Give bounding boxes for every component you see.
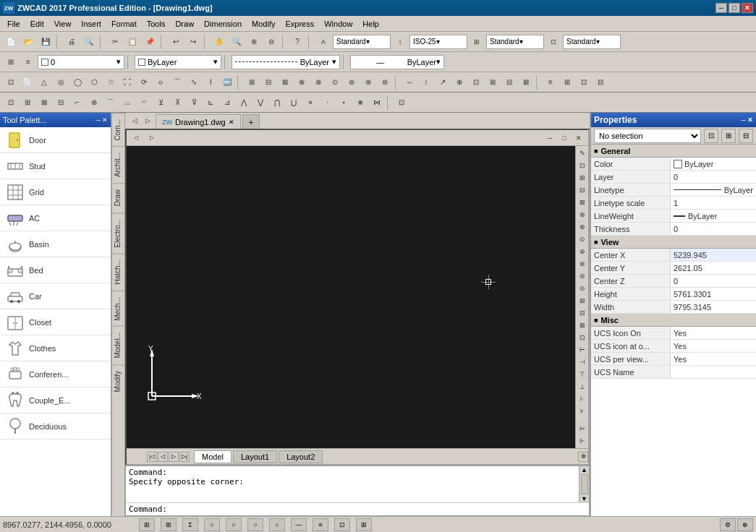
layer-dropdown[interactable]: Standard▾ xyxy=(486,35,544,49)
rt-btn13[interactable]: ⊞ xyxy=(577,295,588,306)
prop-value-centerx[interactable]: 5239.945 xyxy=(671,249,756,261)
palette-item-basin[interactable]: Basin xyxy=(0,231,111,257)
tb3-btn27[interactable]: ⊕ xyxy=(451,74,467,90)
layer-settings[interactable]: ≡ xyxy=(20,54,36,70)
palette-item-bed[interactable]: Bed xyxy=(0,257,111,283)
drawing-canvas[interactable]: X Y xyxy=(127,146,575,448)
menu-tools[interactable]: Tools xyxy=(143,18,170,30)
rt-btn23[interactable]: ⊨ xyxy=(577,423,588,434)
rt-btn9[interactable]: ⊚ xyxy=(577,246,588,257)
model-nav-next[interactable]: ▷ xyxy=(169,452,179,462)
tb3-btn10[interactable]: ⌾ xyxy=(153,74,169,90)
palette-item-deciduous[interactable]: Deciduous xyxy=(0,413,111,439)
tb4-btn16[interactable]: ⋁ xyxy=(252,95,268,111)
side-tab-electro[interactable]: Electro... xyxy=(112,213,124,253)
tb3-btn25[interactable]: ↕ xyxy=(418,74,434,90)
palette-close-btn[interactable]: ✕ xyxy=(102,116,108,124)
tb3-btn17[interactable]: ⊠ xyxy=(277,74,293,90)
rt-btn2[interactable]: ⊡ xyxy=(577,160,588,171)
tb3-btn18[interactable]: ⊕ xyxy=(294,74,310,90)
drawing-tab-new[interactable]: + xyxy=(242,114,260,129)
drawing-back-btn[interactable]: ◁ xyxy=(129,132,143,145)
status-btn-qp[interactable]: ≡ xyxy=(313,518,328,531)
std-dropdown2[interactable]: Standard▾ xyxy=(563,35,621,49)
prop-value-centerz[interactable]: 0 xyxy=(671,275,756,287)
selection-dropdown[interactable]: No selection xyxy=(594,129,701,143)
tab-nav-left[interactable]: ◁ xyxy=(128,114,141,127)
dim-btn[interactable]: ⊞ xyxy=(469,34,485,50)
prop-icon3[interactable]: ⊟ xyxy=(739,129,753,143)
layer-icon[interactable]: ⊞ xyxy=(3,54,19,70)
rt-btn16[interactable]: ⊡ xyxy=(577,332,588,343)
status-zoom-btn[interactable]: ⊕ xyxy=(737,518,753,531)
tb3-btn12[interactable]: ∿ xyxy=(186,74,202,90)
rt-btn10[interactable]: ⊛ xyxy=(577,258,588,270)
tb4-btn1[interactable]: ⊡ xyxy=(3,95,19,111)
tb4-btn22[interactable]: ⋇ xyxy=(352,95,368,111)
tb4-btn14[interactable]: ⊿ xyxy=(219,95,235,111)
drawing-close-btn[interactable]: ✕ xyxy=(572,132,585,145)
side-tab-com[interactable]: Com... xyxy=(112,113,124,146)
palette-min-btn[interactable]: ─ xyxy=(96,116,101,124)
side-tab-modify[interactable]: Modify xyxy=(112,364,124,398)
rt-btn14[interactable]: ⊟ xyxy=(577,307,588,319)
side-tab-archit[interactable]: Archit... xyxy=(112,146,124,183)
print-btn[interactable]: 🖨 xyxy=(64,34,80,50)
tb4-btn2[interactable]: ⊞ xyxy=(20,95,35,111)
palette-item-stud[interactable]: Stud xyxy=(0,153,111,179)
model-tab-layout2[interactable]: Layout2 xyxy=(279,450,323,463)
status-btn-dyn[interactable]: ○ xyxy=(269,518,285,531)
props-close-btn[interactable]: ✕ xyxy=(747,116,753,124)
status-btn-snap[interactable]: ⊞ xyxy=(161,518,177,531)
linetype-dropdown[interactable]: ByLayer ▾ xyxy=(232,55,340,69)
status-btn-polar[interactable]: Σ xyxy=(182,518,198,531)
drawing-tab-drawing1[interactable]: ZW Drawing1.dwg ✕ xyxy=(156,114,241,129)
menu-express[interactable]: Express xyxy=(281,18,318,30)
drawing-min-btn[interactable]: ─ xyxy=(543,132,556,145)
prop-value-ucsperv[interactable]: Yes xyxy=(671,353,756,365)
menu-window[interactable]: Window xyxy=(320,18,357,30)
zoom-btn[interactable]: 🔍 xyxy=(229,34,245,50)
palette-item-car[interactable]: Car xyxy=(0,283,111,309)
model-nav-last[interactable]: ▷| xyxy=(179,452,190,462)
close-button[interactable]: ✕ xyxy=(742,3,753,13)
tab-nav-right[interactable]: ▷ xyxy=(141,114,154,127)
rt-btn4[interactable]: ⊟ xyxy=(577,184,588,196)
tb3-btn33[interactable]: ⊞ xyxy=(559,74,575,90)
save-btn[interactable]: 💾 xyxy=(38,34,54,50)
side-tab-model[interactable]: Model... xyxy=(112,326,124,364)
tb3-btn34[interactable]: ⊡ xyxy=(576,74,592,90)
menu-dimension[interactable]: Dimension xyxy=(200,18,246,30)
tb3-btn30[interactable]: ⊟ xyxy=(501,74,517,90)
command-scroll[interactable]: ▲ ▼ xyxy=(579,466,589,502)
tb3-btn2[interactable]: ⬜ xyxy=(20,74,35,90)
cut-btn[interactable]: ✂ xyxy=(107,34,123,50)
status-btn-tb[interactable]: ⊞ xyxy=(356,518,372,531)
status-btn-ducs[interactable]: ○ xyxy=(247,518,263,531)
tb4-btn21[interactable]: ⋆ xyxy=(336,95,352,111)
props-min-btn[interactable]: ─ xyxy=(742,116,746,124)
print-preview-btn[interactable]: 🔍 xyxy=(81,34,97,50)
menu-edit[interactable]: Edit xyxy=(26,18,48,30)
lineweight-dropdown[interactable]: — ByLayer ▾ xyxy=(350,55,444,69)
tb3-btn20[interactable]: ⊙ xyxy=(327,74,343,90)
tb4-btn4[interactable]: ⊟ xyxy=(53,95,69,111)
prop-icon2[interactable]: ⊞ xyxy=(721,129,736,143)
tb3-btn26[interactable]: ↗ xyxy=(435,74,451,90)
rt-btn7[interactable]: ⊗ xyxy=(577,221,588,233)
text-btn2[interactable]: ↕ xyxy=(392,34,408,50)
side-tab-hatch[interactable]: Hatch... xyxy=(112,253,124,290)
tb3-btn7[interactable]: ☆ xyxy=(103,74,119,90)
tb3-btn15[interactable]: ⊞ xyxy=(244,74,260,90)
zoom3-btn[interactable]: ⊖ xyxy=(263,34,279,50)
copy-btn[interactable]: 📋 xyxy=(124,34,140,50)
rt-btn18[interactable]: ⊣ xyxy=(577,356,588,368)
tb3-btn4[interactable]: ◎ xyxy=(53,74,69,90)
tb3-btn8[interactable]: ⛶ xyxy=(119,74,135,90)
prop-value-linetype[interactable]: ByLayer xyxy=(671,184,756,196)
prop-value-centery[interactable]: 2621.05 xyxy=(671,262,756,274)
drawing-max-btn[interactable]: □ xyxy=(558,132,571,145)
status-btn-otrack[interactable]: ○ xyxy=(226,518,242,531)
tb3-btn9[interactable]: ⟳ xyxy=(136,74,152,90)
palette-item-grid[interactable]: Grid xyxy=(0,179,111,205)
